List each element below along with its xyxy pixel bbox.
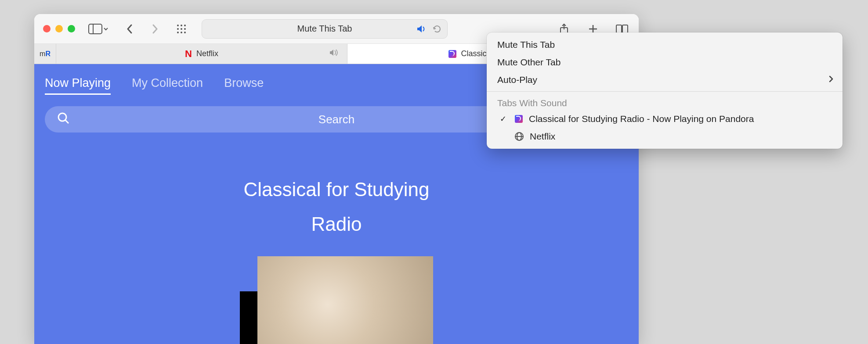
menu-sound-tab-netflix[interactable]: Netflix — [487, 128, 843, 145]
station-title-line2: Radio — [45, 207, 628, 241]
fullscreen-window-button[interactable] — [68, 25, 75, 32]
svg-point-5 — [177, 28, 179, 30]
chevron-left-icon — [126, 24, 133, 34]
menu-item-label: Netflix — [530, 131, 555, 142]
traffic-lights — [43, 25, 75, 32]
address-text: Mute This Tab — [297, 24, 352, 34]
tab-label: Netflix — [196, 49, 218, 58]
nav-my-collection[interactable]: My Collection — [132, 76, 203, 95]
start-page-button[interactable] — [174, 21, 189, 37]
album-art-bar — [240, 291, 257, 344]
svg-rect-16 — [622, 25, 628, 33]
album-art — [257, 256, 433, 344]
menu-sound-tab-pandora[interactable]: Classical for Studying Radio - Now Playi… — [487, 110, 843, 128]
svg-point-10 — [184, 32, 186, 33]
globe-icon — [515, 132, 524, 141]
pandora-icon — [515, 115, 523, 123]
svg-rect-15 — [616, 25, 622, 33]
menu-mute-other-tab[interactable]: Mute Other Tab — [487, 54, 843, 71]
chevron-right-icon — [152, 24, 159, 34]
audio-context-menu: Mute This Tab Mute Other Tab Auto-Play T… — [487, 32, 843, 149]
menu-separator — [487, 91, 843, 92]
menu-item-label: Mute Other Tab — [497, 57, 561, 68]
svg-point-9 — [181, 32, 182, 33]
tab-netflix[interactable]: N Netflix — [56, 44, 347, 64]
sidebar-icon — [88, 24, 102, 34]
nav-browse[interactable]: Browse — [224, 76, 264, 95]
pinned-tab[interactable]: mR — [34, 44, 56, 64]
chevron-right-icon — [828, 75, 834, 85]
minimize-window-button[interactable] — [55, 25, 63, 32]
reload-icon[interactable] — [432, 24, 442, 34]
svg-line-18 — [65, 120, 69, 123]
menu-item-label: Mute This Tab — [497, 39, 555, 50]
pinned-tab-favicon-r: R — [45, 50, 51, 58]
menu-item-label: Classical for Studying Radio - Now Playi… — [529, 114, 754, 124]
tab-audio-indicator[interactable] — [329, 49, 339, 59]
album-art-area — [240, 256, 433, 344]
nav-buttons — [122, 21, 163, 37]
menu-section-header: Tabs With Sound — [487, 94, 843, 110]
svg-point-17 — [58, 113, 66, 121]
sidebar-toggle[interactable] — [88, 24, 108, 34]
pandora-icon — [448, 50, 456, 58]
audio-icon[interactable] — [416, 25, 427, 33]
check-icon — [497, 114, 509, 124]
svg-point-7 — [184, 28, 186, 30]
back-button[interactable] — [122, 21, 137, 37]
station-title-line1: Classical for Studying — [45, 172, 628, 207]
chevron-down-icon — [103, 26, 108, 32]
menu-mute-this-tab[interactable]: Mute This Tab — [487, 36, 843, 54]
menu-auto-play[interactable]: Auto-Play — [487, 71, 843, 89]
menu-item-label: Auto-Play — [497, 75, 537, 85]
nav-now-playing[interactable]: Now Playing — [45, 76, 111, 95]
station-title: Classical for Studying Radio — [45, 172, 628, 241]
address-bar-right — [416, 24, 442, 34]
pinned-tab-favicon-m: m — [40, 50, 45, 58]
svg-rect-0 — [89, 24, 102, 34]
close-window-button[interactable] — [43, 25, 51, 32]
forward-button[interactable] — [147, 21, 163, 37]
search-icon — [57, 112, 69, 127]
svg-point-2 — [177, 25, 179, 26]
address-bar[interactable]: Mute This Tab — [202, 19, 448, 39]
netflix-icon: N — [185, 48, 192, 60]
svg-point-8 — [177, 32, 179, 33]
tab-overview-icon — [616, 25, 628, 33]
svg-point-3 — [181, 25, 182, 26]
svg-point-6 — [181, 28, 182, 30]
svg-point-4 — [184, 25, 186, 26]
grid-icon — [176, 24, 187, 34]
